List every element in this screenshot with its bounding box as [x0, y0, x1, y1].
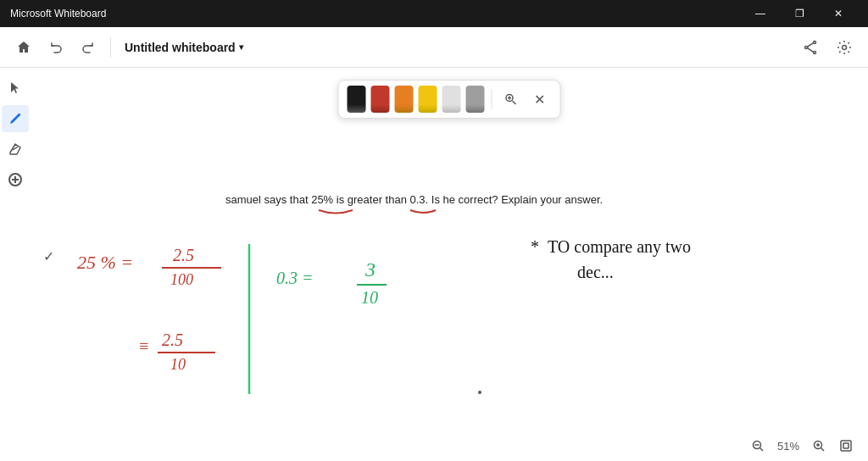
- zoom-out-button[interactable]: [746, 434, 770, 458]
- math-denominator-10: 10: [170, 356, 186, 373]
- color-toolbar: ✕: [338, 80, 561, 119]
- share-button[interactable]: [797, 34, 824, 61]
- separator: [110, 37, 111, 58]
- undo-button[interactable]: [42, 34, 70, 61]
- menubar-right: [797, 34, 858, 61]
- math-denominator-100: 100: [170, 271, 193, 288]
- svg-line-11: [513, 101, 516, 104]
- zoom-level-text: 51%: [773, 440, 804, 453]
- menubar: Untitled whiteboard ▾: [0, 27, 868, 68]
- statusbar: 51%: [736, 430, 868, 461]
- note-asterisk: *: [531, 237, 539, 256]
- minimize-button[interactable]: —: [741, 0, 780, 27]
- svg-point-5: [843, 45, 847, 49]
- pen-tool[interactable]: [2, 105, 29, 132]
- board-title[interactable]: Untitled whiteboard ▾: [120, 37, 248, 58]
- menubar-left: Untitled whiteboard ▾: [10, 34, 248, 61]
- svg-point-1: [814, 51, 816, 53]
- svg-rect-28: [843, 443, 849, 448]
- svg-point-2: [805, 46, 808, 48]
- question-text: samuel says that 25% is greater than 0.3…: [225, 193, 603, 206]
- fit-button[interactable]: [834, 434, 858, 458]
- close-toolbar-button[interactable]: ✕: [528, 87, 552, 111]
- settings-button[interactable]: [831, 34, 858, 61]
- select-tool[interactable]: [2, 75, 29, 102]
- math-25pct: 25 % =: [77, 252, 133, 273]
- color-red[interactable]: [371, 86, 390, 113]
- home-button[interactable]: [10, 34, 37, 61]
- math-numerator-25: 2.5: [173, 246, 194, 264]
- math-denominator-10b: 10: [361, 288, 378, 307]
- zoom-in-button[interactable]: [807, 434, 831, 458]
- redo-button[interactable]: [75, 34, 102, 61]
- math-equals-sign: ≡: [138, 336, 150, 355]
- svg-line-4: [808, 47, 814, 52]
- color-orange[interactable]: [395, 86, 414, 113]
- svg-line-24: [821, 448, 825, 452]
- color-yellow[interactable]: [419, 86, 437, 113]
- canvas-area[interactable]: ✕ samuel says that 25% is greater than 0…: [31, 68, 868, 461]
- note-line2: dec...: [577, 263, 614, 281]
- svg-rect-27: [841, 441, 851, 451]
- svg-point-0: [814, 41, 816, 43]
- svg-line-3: [808, 42, 814, 47]
- titlebar: Microsoft Whiteboard — ❐ ✕: [0, 0, 868, 27]
- color-darkgray[interactable]: [466, 86, 485, 113]
- svg-line-21: [760, 448, 764, 452]
- color-lightgray[interactable]: [442, 86, 461, 113]
- svg-text:✓: ✓: [43, 249, 54, 264]
- sidebar: [0, 68, 31, 200]
- close-button[interactable]: ✕: [819, 0, 858, 27]
- whiteboard-drawing: samuel says that 25% is greater than 0.3…: [31, 68, 868, 461]
- toolbar-separator: [492, 89, 492, 109]
- magnify-toolbar-button[interactable]: [499, 87, 523, 111]
- math-numerator-3: 3: [364, 258, 376, 280]
- add-tool[interactable]: [2, 166, 29, 193]
- note-line1: TO compare any two: [548, 237, 691, 257]
- math-numerator-25b: 2.5: [162, 330, 183, 349]
- restore-button[interactable]: ❐: [780, 0, 819, 27]
- app-title: Microsoft Whiteboard: [10, 8, 106, 19]
- color-black[interactable]: [348, 86, 366, 113]
- titlebar-controls: — ❐ ✕: [741, 0, 858, 27]
- titlebar-left: Microsoft Whiteboard: [10, 8, 106, 19]
- math-0.3-equals: 0.3 =: [276, 269, 314, 287]
- eraser-tool[interactable]: [2, 136, 29, 163]
- svg-point-18: [478, 391, 481, 394]
